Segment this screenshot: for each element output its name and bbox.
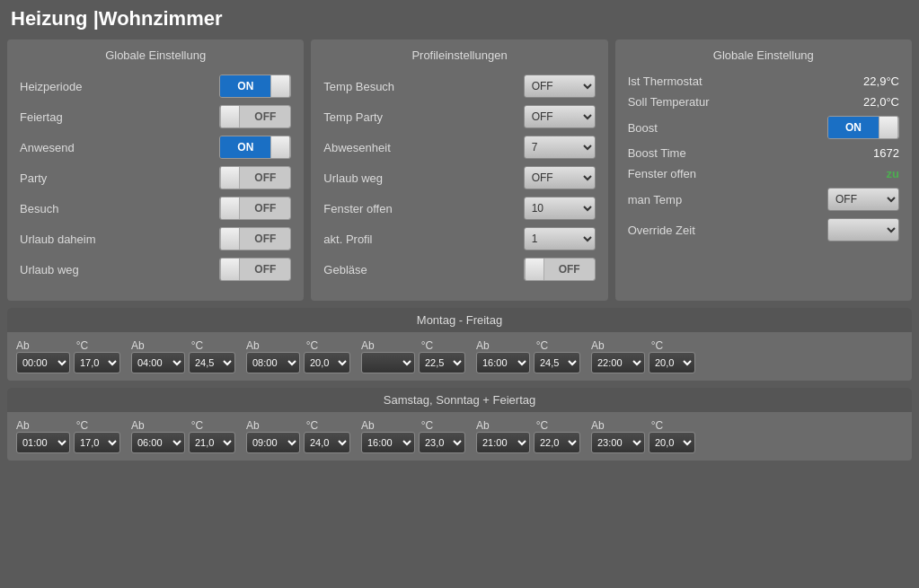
- sched1-ab-label-3: Ab: [361, 339, 375, 352]
- switch-urlaub-weg[interactable]: OFF: [219, 258, 291, 281]
- sched1-temp-select-3[interactable]: 22,5: [419, 352, 465, 373]
- row-p2-urlaub-weg: Urlaub weg OFF 12: [323, 166, 595, 189]
- sched1-temp-select-2[interactable]: 20,0: [304, 352, 350, 373]
- value-ist-thermostat: 22,9°C: [863, 75, 899, 88]
- label-abwesenheit: Abwesenheit: [323, 141, 390, 154]
- sched2-ab-select-1[interactable]: 06:00: [131, 432, 185, 453]
- row-heizperiode: Heizperiode ON OFF: [20, 75, 291, 98]
- row-urlaub-weg: Urlaub weg OFF: [20, 258, 291, 281]
- row-ist-thermostat: Ist Thermostat 22,9°C: [628, 75, 899, 88]
- sched2-ab-select-0[interactable]: 01:00: [16, 432, 70, 453]
- sched1-pair-2: Ab °C 08:00 20,0: [246, 339, 350, 373]
- sched2-ab-select-2[interactable]: 09:00: [246, 432, 300, 453]
- switch-urlaub-daheim-off: OFF: [240, 228, 290, 250]
- sched2-c-label-2: °C: [306, 419, 318, 432]
- panel-globale-einstellung-left: Globale Einstellung Heizperiode ON OFF F…: [7, 39, 304, 301]
- switch-besuch-thumb: [220, 197, 240, 219]
- label-feiertag: Feiertag: [20, 110, 63, 124]
- switch-boost[interactable]: ON OFF: [827, 116, 899, 139]
- sched2-temp-select-5[interactable]: 20,0: [649, 432, 695, 453]
- switch-feiertag[interactable]: OFF: [219, 105, 291, 128]
- row-man-temp: man Temp OFF 12: [628, 188, 899, 211]
- sched1-c-label-5: °C: [651, 339, 663, 352]
- select-abwesenheit[interactable]: 7 12: [524, 136, 596, 159]
- switch-geblase-off: OFF: [544, 259, 595, 280]
- sched1-pair-1: Ab °C 04:00 24,5: [131, 339, 235, 373]
- sched2-c-label-5: °C: [651, 419, 663, 432]
- sched1-c-label-3: °C: [421, 339, 433, 352]
- switch-feiertag-thumb: [220, 106, 240, 127]
- switch-heizperiode-on: ON: [220, 75, 270, 97]
- label-urlaub-daheim: Urlaub daheim: [20, 233, 96, 246]
- sched2-temp-select-1[interactable]: 21,0: [189, 432, 235, 453]
- select-fenster-offen[interactable]: 10 515: [524, 197, 596, 220]
- switch-urlaub-daheim[interactable]: OFF: [219, 227, 291, 250]
- sched1-ab-select-5[interactable]: 22:00: [591, 352, 645, 373]
- sched2-temp-select-3[interactable]: 23,0: [419, 432, 465, 453]
- label-heizperiode: Heizperiode: [20, 80, 82, 93]
- sched2-pair-4: Ab °C 21:00 22,0: [476, 419, 580, 453]
- sched1-temp-select-4[interactable]: 24,5: [534, 352, 580, 373]
- sched1-temp-select-0[interactable]: 17,0: [74, 352, 120, 373]
- sched1-ab-label-5: Ab: [591, 339, 605, 352]
- sched2-ab-select-4[interactable]: 21:00: [476, 432, 530, 453]
- select-akt-profil[interactable]: 1 23: [524, 227, 596, 250]
- select-temp-party[interactable]: OFF 12: [524, 105, 596, 128]
- sched1-ab-select-2[interactable]: 08:00: [246, 352, 300, 373]
- select-urlaub-weg[interactable]: OFF 12: [524, 166, 596, 189]
- schedule2-rows: Ab °C 01:00 17,0 Ab °C 06:00 21,0 Ab °C: [7, 412, 912, 461]
- sched2-ab-label-2: Ab: [246, 419, 260, 432]
- switch-geblase-thumb: [525, 259, 544, 280]
- schedule-samstag: Samstag, Sonntag + Feiertag Ab °C 01:00 …: [7, 388, 912, 461]
- switch-anwesend-thumb: [270, 136, 290, 158]
- sched2-c-label-1: °C: [191, 419, 203, 432]
- switch-anwesend-on: ON: [220, 136, 270, 158]
- switch-urlaub-daheim-thumb: [220, 228, 240, 250]
- sched2-temp-select-4[interactable]: 22,0: [534, 432, 580, 453]
- switch-besuch-off: OFF: [240, 197, 290, 219]
- sched1-ab-select-1[interactable]: 04:00: [131, 352, 185, 373]
- sched1-temp-select-1[interactable]: 24,5: [189, 352, 235, 373]
- sched1-pair-0: Ab °C 00:00 17,0: [16, 339, 120, 373]
- label-temp-besuch: Temp Besuch: [323, 80, 394, 93]
- sched2-pair-0: Ab °C 01:00 17,0: [16, 419, 120, 453]
- switch-geblase[interactable]: OFF: [524, 258, 596, 281]
- select-override-zeit[interactable]: 12: [827, 218, 899, 241]
- select-man-temp[interactable]: OFF 12: [827, 188, 899, 211]
- row-abwesenheit: Abwesenheit 7 12: [323, 136, 595, 159]
- schedule2-title: Samstag, Sonntag + Feiertag: [7, 388, 912, 412]
- switch-party[interactable]: OFF: [219, 166, 291, 189]
- row-akt-profil: akt. Profil 1 23: [323, 227, 595, 250]
- row-override-zeit: Override Zeit 12: [628, 218, 899, 241]
- sched1-c-label-1: °C: [191, 339, 203, 352]
- sched2-ab-select-5[interactable]: 23:00: [591, 432, 645, 453]
- sched2-ab-select-3[interactable]: 16:00: [361, 432, 415, 453]
- row-geblase: Gebläse OFF: [323, 258, 595, 281]
- select-temp-besuch[interactable]: OFF 12: [524, 75, 596, 98]
- switch-heizperiode[interactable]: ON OFF: [219, 75, 291, 98]
- schedule1-rows: Ab °C 00:00 17,0 Ab °C 04:00 24,5 Ab °C: [7, 332, 912, 381]
- switch-anwesend[interactable]: ON OFF: [219, 136, 291, 159]
- row-besuch: Besuch OFF: [20, 197, 291, 220]
- label-geblase: Gebläse: [323, 263, 367, 276]
- sched1-temp-select-5[interactable]: 20,0: [649, 352, 695, 373]
- sched2-ab-label-5: Ab: [591, 419, 605, 432]
- sched2-c-label-4: °C: [536, 419, 548, 432]
- sched1-ab-select-3[interactable]: [361, 352, 415, 373]
- value-boost-time: 1672: [873, 146, 899, 160]
- label-override-zeit: Override Zeit: [628, 224, 695, 237]
- switch-besuch[interactable]: OFF: [219, 197, 291, 220]
- panel-profileinstellungen: Profileinstellungen Temp Besuch OFF 12 T…: [311, 39, 607, 301]
- row-boost-time: Boost Time 1672: [628, 146, 899, 160]
- label-soll-temperatur: Soll Temperatur: [628, 95, 710, 109]
- panel2-title: Profileinstellungen: [323, 48, 595, 66]
- sched2-temp-select-2[interactable]: 24,0: [304, 432, 350, 453]
- sched2-temp-select-0[interactable]: 17,0: [74, 432, 120, 453]
- panel3-title: Globale Einstellung: [628, 48, 899, 66]
- sched1-c-label-2: °C: [306, 339, 318, 352]
- sched1-pair-3: Ab °C 22,5: [361, 339, 465, 373]
- sched1-ab-select-4[interactable]: 16:00: [476, 352, 530, 373]
- sched1-ab-select-0[interactable]: 00:00: [16, 352, 70, 373]
- switch-boost-on: ON: [828, 117, 879, 138]
- sched1-pair-5: Ab °C 22:00 20,0: [591, 339, 695, 373]
